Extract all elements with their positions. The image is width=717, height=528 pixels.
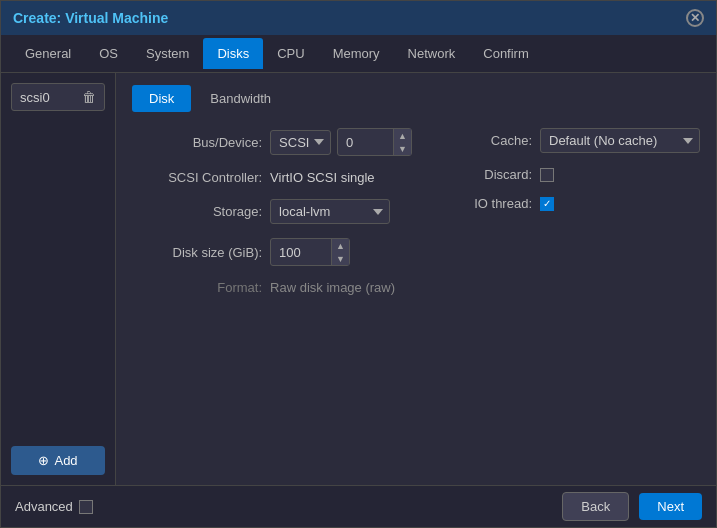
cache-label: Cache: — [442, 133, 532, 148]
disk-size-spinbox-buttons: ▲ ▼ — [331, 239, 349, 265]
cache-row: Cache: Default (No cache) — [442, 128, 700, 153]
form-left: Bus/Device: SCSI ▲ ▼ — [132, 128, 412, 309]
bottom-bar: Advanced Back Next — [1, 485, 716, 527]
format-value: Raw disk image (raw) — [270, 280, 395, 295]
nav-tabs: General OS System Disks CPU Memory Netwo… — [1, 35, 716, 73]
advanced-checkbox[interactable] — [79, 500, 93, 514]
bus-select[interactable]: SCSI — [270, 130, 331, 155]
window-title: Create: Virtual Machine — [13, 10, 168, 26]
disk-sidebar: scsi0 🗑 ⊕ Add — [1, 73, 116, 485]
back-button[interactable]: Back — [562, 492, 629, 521]
form-right: Cache: Default (No cache) Discard: — [442, 128, 700, 309]
discard-row: Discard: — [442, 167, 700, 182]
close-button[interactable]: ✕ — [686, 9, 704, 27]
virtual-machine-create-window: Create: Virtual Machine ✕ General OS Sys… — [0, 0, 717, 528]
device-increment[interactable]: ▲ — [394, 129, 411, 142]
sub-tabs: Disk Bandwidth — [132, 85, 700, 112]
tab-memory[interactable]: Memory — [319, 38, 394, 69]
disk-size-spinbox: ▲ ▼ — [270, 238, 350, 266]
tab-network[interactable]: Network — [394, 38, 470, 69]
next-button[interactable]: Next — [639, 493, 702, 520]
io-thread-row: IO thread: — [442, 196, 700, 211]
format-row: Format: Raw disk image (raw) — [132, 280, 412, 295]
cache-select[interactable]: Default (No cache) — [540, 128, 700, 153]
storage-select[interactable]: local-lvm — [270, 199, 390, 224]
tab-confirm[interactable]: Confirm — [469, 38, 543, 69]
subtab-disk[interactable]: Disk — [132, 85, 191, 112]
disk-form: Bus/Device: SCSI ▲ ▼ — [132, 128, 700, 309]
tab-disks[interactable]: Disks — [203, 38, 263, 69]
add-icon: ⊕ — [38, 453, 49, 468]
device-decrement[interactable]: ▼ — [394, 142, 411, 155]
tab-general[interactable]: General — [11, 38, 85, 69]
tab-os[interactable]: OS — [85, 38, 132, 69]
storage-label: Storage: — [132, 204, 262, 219]
disk-list: scsi0 🗑 — [11, 83, 105, 115]
format-label: Format: — [132, 280, 262, 295]
bus-device-label: Bus/Device: — [132, 135, 262, 150]
bus-device-row: Bus/Device: SCSI ▲ ▼ — [132, 128, 412, 156]
disk-size-increment[interactable]: ▲ — [332, 239, 349, 252]
delete-disk-icon[interactable]: 🗑 — [82, 89, 96, 105]
disk-item-label: scsi0 — [20, 90, 50, 105]
add-button-label: Add — [54, 453, 77, 468]
io-thread-label: IO thread: — [442, 196, 532, 211]
scsi-controller-value: VirtIO SCSI single — [270, 170, 375, 185]
advanced-section: Advanced — [15, 499, 93, 514]
device-spinbox: ▲ ▼ — [337, 128, 412, 156]
advanced-label: Advanced — [15, 499, 73, 514]
scsi-controller-label: SCSI Controller: — [132, 170, 262, 185]
discard-checkbox-wrapper — [540, 168, 554, 182]
io-thread-checkbox[interactable] — [540, 197, 554, 211]
subtab-bandwidth[interactable]: Bandwidth — [193, 85, 288, 112]
add-disk-button[interactable]: ⊕ Add — [11, 446, 105, 475]
main-panel: Disk Bandwidth Bus/Device: SCSI — [116, 73, 716, 485]
device-input[interactable] — [338, 131, 393, 154]
disk-size-decrement[interactable]: ▼ — [332, 252, 349, 265]
scsi-controller-row: SCSI Controller: VirtIO SCSI single — [132, 170, 412, 185]
tab-system[interactable]: System — [132, 38, 203, 69]
disk-size-label: Disk size (GiB): — [132, 245, 262, 260]
title-bar: Create: Virtual Machine ✕ — [1, 1, 716, 35]
device-spinbox-buttons: ▲ ▼ — [393, 129, 411, 155]
discard-checkbox[interactable] — [540, 168, 554, 182]
disk-item-scsi0[interactable]: scsi0 🗑 — [11, 83, 105, 111]
storage-row: Storage: local-lvm — [132, 199, 412, 224]
discard-label: Discard: — [442, 167, 532, 182]
tab-cpu[interactable]: CPU — [263, 38, 318, 69]
disk-size-row: Disk size (GiB): ▲ ▼ — [132, 238, 412, 266]
content-area: scsi0 🗑 ⊕ Add Disk Bandwidth — [1, 73, 716, 485]
disk-size-input[interactable] — [271, 241, 331, 264]
io-thread-checkbox-wrapper — [540, 197, 554, 211]
bus-device-group: SCSI ▲ ▼ — [270, 128, 412, 156]
